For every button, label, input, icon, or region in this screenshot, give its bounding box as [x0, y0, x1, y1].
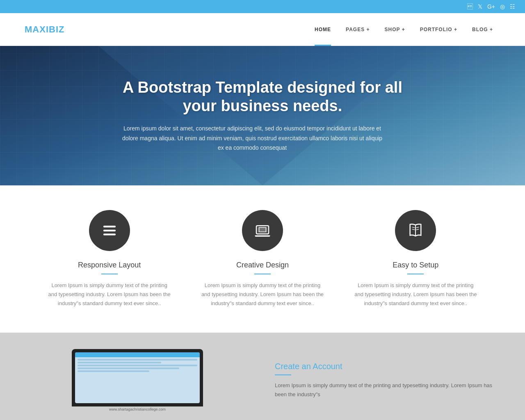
nav-blog[interactable]: BLOG +: [465, 13, 500, 46]
facebook-icon[interactable]: : [467, 3, 473, 10]
nav-pages[interactable]: PAGES +: [338, 13, 377, 46]
hero-subtitle: Lorem ipsum dolor sit amet, consectetur …: [119, 124, 386, 153]
svg-line-10: [416, 229, 419, 230]
svg-rect-1: [103, 230, 116, 231]
svg-rect-0: [103, 226, 116, 227]
twitter-icon[interactable]: 𝕏: [478, 3, 482, 10]
header: MAXIBIZ HOME PAGES + SHOP + PORTFOLIO + …: [0, 13, 525, 46]
feature-creative-design: Creative Design Lorem Ipsum is simply du…: [189, 210, 336, 308]
device-mockup: [72, 349, 203, 406]
hero-content: A Bootstrap Template designed for all yo…: [119, 78, 406, 153]
feature-1-title: Responsive Layout: [48, 261, 171, 269]
device-line-5: [78, 370, 149, 372]
device-line-4: [78, 368, 179, 369]
feature-1-divider: [101, 274, 118, 274]
features-section: Responsive Layout Lorem Ipsum is simply …: [0, 185, 525, 333]
creative-design-icon-circle: [242, 210, 283, 251]
svg-line-8: [412, 229, 415, 230]
device-screen-inner: [75, 352, 200, 403]
svg-rect-2: [103, 234, 116, 235]
main-nav: HOME PAGES + SHOP + PORTFOLIO + BLOG +: [307, 13, 500, 46]
feature-easy-setup: Easy to Setup Lorem Ipsum is simply dumm…: [342, 210, 489, 308]
device-url-label: www.shartagachristiancollege.com: [25, 407, 250, 411]
responsive-layout-icon-circle: [89, 210, 130, 251]
dribbble-icon[interactable]: ◎: [500, 3, 505, 10]
device-screen: [75, 352, 200, 403]
device-line-3: [78, 365, 197, 366]
hero-title: A Bootstrap Template designed for all yo…: [119, 78, 406, 116]
easy-setup-icon-circle: [395, 210, 436, 251]
google-plus-icon[interactable]: G+: [487, 3, 495, 10]
svg-line-9: [416, 227, 419, 228]
feature-2-title: Creative Design: [201, 261, 324, 269]
logo-text-biz: BIZ: [49, 24, 64, 34]
feature-3-text: Lorem Ipsum is simply dummy text of the …: [354, 281, 477, 308]
device-mockup-container: www.shartagachristiancollege.com: [25, 349, 250, 411]
device-content-lines: [75, 357, 200, 403]
nav-shop[interactable]: SHOP +: [377, 13, 413, 46]
feature-2-divider: [254, 274, 271, 274]
feature-2-text: Lorem Ipsum is simply dummy text of the …: [201, 281, 324, 308]
device-nav-bar: [75, 352, 200, 357]
device-line-1: [78, 359, 197, 361]
menu-lines-icon: [101, 222, 118, 239]
laptop-icon: [254, 222, 271, 239]
bottom-section-text: Lorem Ipsum is simply dummy text of the …: [275, 381, 500, 399]
svg-line-7: [412, 227, 415, 228]
feature-3-title: Easy to Setup: [354, 261, 477, 269]
nav-home[interactable]: HOME: [307, 13, 338, 46]
hero-section: A Bootstrap Template designed for all yo…: [0, 46, 525, 185]
bottom-divider: [275, 374, 291, 375]
bottom-section: www.shartagachristiancollege.com Create …: [0, 333, 525, 420]
feature-1-text: Lorem Ipsum is simply dummy text of the …: [48, 281, 171, 308]
top-bar:  𝕏 G+ ◎ ☷: [0, 0, 525, 13]
rss-icon[interactable]: ☷: [510, 3, 515, 10]
logo[interactable]: MAXIBIZ: [25, 24, 64, 35]
logo-text-maxi: MAXI: [25, 24, 49, 34]
feature-responsive-layout: Responsive Layout Lorem Ipsum is simply …: [36, 210, 183, 308]
bottom-content: Create an Account Lorem Ipsum is simply …: [250, 362, 500, 399]
bottom-section-title: Create an Account: [275, 362, 500, 371]
book-icon: [407, 222, 424, 239]
device-line-2: [78, 362, 161, 363]
nav-portfolio[interactable]: PORTFOLIO +: [413, 13, 465, 46]
feature-3-divider: [407, 274, 424, 274]
